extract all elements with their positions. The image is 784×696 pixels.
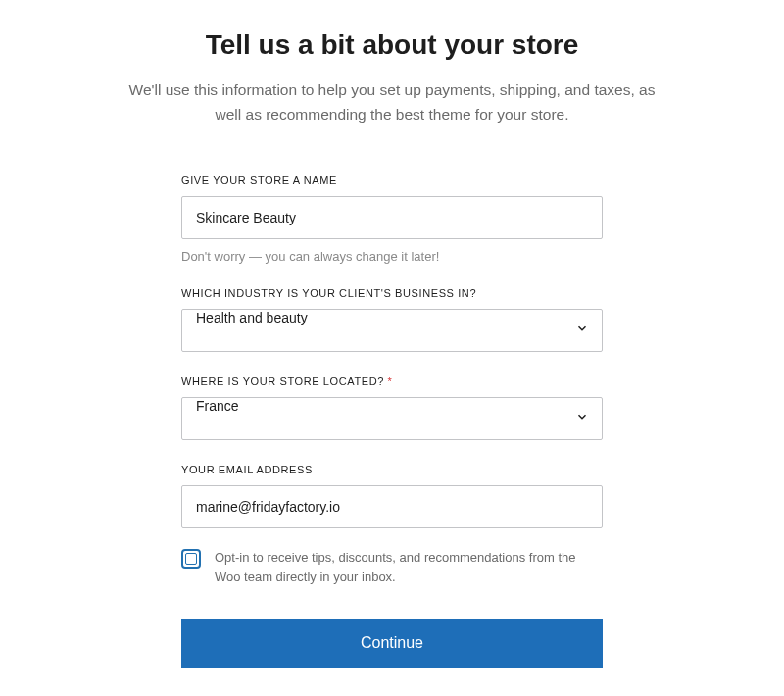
store-name-field-group: GIVE YOUR STORE A NAME Don't worry — you… [181,174,603,264]
continue-button[interactable]: Continue [181,619,603,668]
location-field-group: WHERE IS YOUR STORE LOCATED? * France [181,375,603,440]
page-subtitle: We'll use this information to help you s… [118,78,666,127]
optin-row: Opt-in to receive tips, discounts, and r… [181,548,603,587]
email-input[interactable] [181,485,603,528]
store-name-label: GIVE YOUR STORE A NAME [181,174,603,186]
location-label-text: WHERE IS YOUR STORE LOCATED? [181,375,384,387]
industry-select[interactable]: Health and beauty [181,309,603,352]
page-title: Tell us a bit about your store [206,29,579,61]
store-setup-form: GIVE YOUR STORE A NAME Don't worry — you… [181,174,603,668]
industry-field-group: WHICH INDUSTRY IS YOUR CLIENT'S BUSINESS… [181,287,603,352]
email-label: YOUR EMAIL ADDRESS [181,464,603,475]
store-name-input[interactable] [181,196,603,239]
industry-label: WHICH INDUSTRY IS YOUR CLIENT'S BUSINESS… [181,287,603,299]
required-marker: * [388,375,393,387]
email-field-group: YOUR EMAIL ADDRESS [181,464,603,528]
location-label: WHERE IS YOUR STORE LOCATED? * [181,375,603,387]
optin-checkbox[interactable] [181,549,201,569]
store-name-helper: Don't worry — you can always change it l… [181,249,603,264]
optin-label: Opt-in to receive tips, discounts, and r… [215,548,603,587]
location-select[interactable]: France [181,397,603,440]
